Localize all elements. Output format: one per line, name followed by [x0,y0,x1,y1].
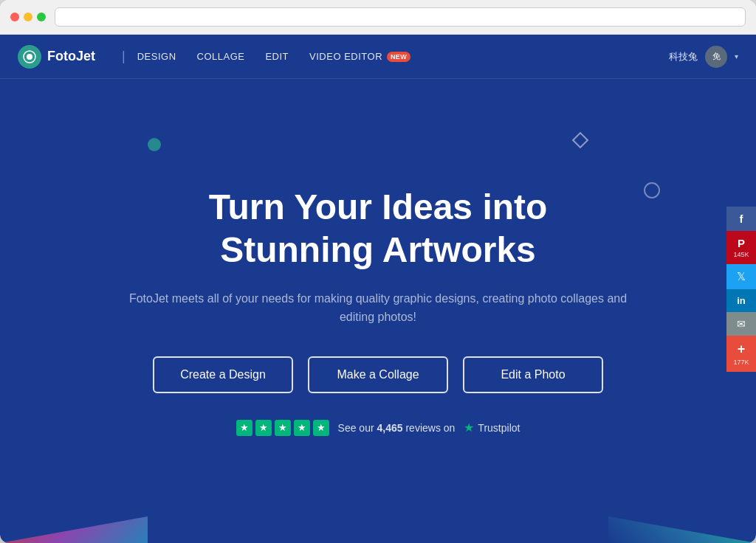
linkedin-icon: in [737,295,746,306]
browser-content: FotoJet | DESIGN COLLAGE EDIT VIDEO EDIT… [0,35,756,543]
new-badge: NEW [387,52,410,62]
star-ratings: ★ ★ ★ ★ ★ [236,420,329,436]
close-button[interactable] [10,13,19,21]
wave-left [0,499,148,543]
email-icon: ✉ [737,318,746,330]
social-pinterest[interactable]: P 145K [726,231,756,264]
plus-count: 177K [733,359,749,366]
trustpilot-logo[interactable]: ★ Trustpilot [464,421,520,435]
nav-link-design[interactable]: DESIGN [137,51,176,62]
social-sidebar: f P 145K 𝕏 in ✉ + 177K [726,207,756,372]
star-3: ★ [275,420,291,436]
brand-name: FotoJet [47,49,95,64]
hero-section: Turn Your Ideas into Stunning Artworks F… [0,79,756,543]
deco-circle-teal [148,138,161,151]
star-1: ★ [236,420,252,436]
navbar-right: 科技兔 免 ▾ [669,46,738,68]
deco-diamond [572,132,589,149]
social-facebook[interactable]: f [726,207,756,231]
svg-point-1 [27,54,32,60]
twitter-icon: 𝕏 [737,270,746,283]
user-name: 科技兔 [669,50,698,63]
nav-link-collage[interactable]: COLLAGE [197,51,245,62]
bottom-wave [0,499,756,543]
user-dropdown-arrow[interactable]: ▾ [735,52,738,60]
traffic-lights [10,13,46,21]
nav-link-video-editor[interactable]: VIDEO EDITOR [309,51,382,62]
browser-chrome [0,0,756,35]
main-page: FotoJet | DESIGN COLLAGE EDIT VIDEO EDIT… [0,35,756,543]
reviews-count: 4,465 [377,422,403,434]
social-email[interactable]: ✉ [726,312,756,336]
address-bar[interactable] [55,7,746,27]
reviews-section: ★ ★ ★ ★ ★ See our 4,465 reviews on ★ Tru… [236,420,520,436]
pinterest-icon: P [738,237,745,249]
social-linkedin[interactable]: in [726,289,756,312]
pinterest-count: 145K [733,251,749,258]
navbar: FotoJet | DESIGN COLLAGE EDIT VIDEO EDIT… [0,35,756,79]
social-plus[interactable]: + 177K [726,336,756,372]
star-5: ★ [313,420,329,436]
create-design-button[interactable]: Create a Design [153,356,293,393]
wave-right [608,499,756,543]
brand[interactable]: FotoJet [18,45,95,69]
make-collage-button[interactable]: Make a Collage [308,356,448,393]
nav-link-video-wrapper: VIDEO EDITOR NEW [309,51,410,62]
social-twitter[interactable]: 𝕏 [726,264,756,289]
trustpilot-label: Trustpilot [478,422,520,434]
maximize-button[interactable] [37,13,46,21]
facebook-icon: f [740,212,743,225]
hero-title: Turn Your Ideas into Stunning Artworks [209,186,548,271]
brand-logo-icon [18,45,41,69]
nav-link-edit[interactable]: EDIT [265,51,289,62]
edit-photo-button[interactable]: Edit a Photo [463,356,603,393]
hero-subtitle: FotoJet meets all of your needs for maki… [127,289,629,327]
browser-window: FotoJet | DESIGN COLLAGE EDIT VIDEO EDIT… [0,0,756,543]
trustpilot-star-icon: ★ [464,421,474,435]
nav-divider: | [122,49,126,64]
deco-circle-outline [644,182,660,198]
hero-title-line2: Stunning Artworks [220,230,536,269]
plus-icon: + [738,342,746,357]
user-avatar[interactable]: 免 [705,46,727,68]
nav-links: DESIGN COLLAGE EDIT VIDEO EDITOR NEW [137,51,669,62]
star-4: ★ [294,420,310,436]
minimize-button[interactable] [24,13,32,21]
reviews-text: See our 4,465 reviews on [338,422,456,434]
cta-buttons: Create a Design Make a Collage Edit a Ph… [153,356,603,393]
star-2: ★ [255,420,272,436]
hero-title-line1: Turn Your Ideas into [209,187,548,226]
